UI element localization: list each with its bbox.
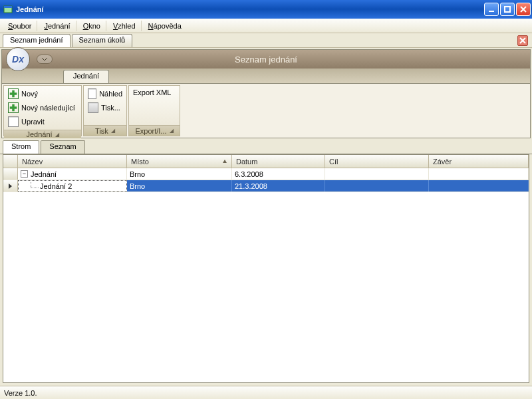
printer-icon bbox=[88, 102, 98, 113]
grid: Název Místo Datum Cíl Závěr − Jednání Br… bbox=[3, 154, 529, 383]
table-row[interactable]: Jednání 2 Brno 21.3.2008 bbox=[3, 180, 529, 192]
preview-button[interactable]: Náhled bbox=[85, 87, 125, 100]
col-header-zaver[interactable]: Závěr bbox=[429, 155, 529, 168]
close-button[interactable] bbox=[516, 3, 531, 16]
menu-vzhled[interactable]: Vzhled bbox=[108, 21, 142, 31]
titlebar: Jednání bbox=[0, 0, 532, 19]
export-xml-button-label: Export XML bbox=[133, 88, 171, 96]
ribbon-body: Nový Nový následující Upravit Jednání◢ N… bbox=[2, 83, 530, 138]
cell-cil bbox=[325, 180, 429, 192]
cell-nazev: − Jednání bbox=[18, 168, 127, 180]
ribbon-tabs: Jednání bbox=[2, 68, 530, 83]
cell-datum: 21.3.2008 bbox=[232, 180, 325, 192]
menu-napoveda[interactable]: Nápověda bbox=[143, 21, 187, 31]
ribbon-title: Seznam jednání bbox=[235, 55, 297, 65]
edit-button-label: Upravit bbox=[21, 118, 45, 126]
view-tabs: Strom Seznam bbox=[0, 140, 532, 154]
ribbon-quick-dropdown[interactable] bbox=[37, 55, 53, 64]
cell-zaver bbox=[429, 180, 529, 192]
app-logo[interactable]: Dx bbox=[6, 47, 30, 71]
tree-line-icon bbox=[31, 182, 39, 188]
cell-misto: Brno bbox=[127, 168, 232, 180]
ribbon-tab-jednani[interactable]: Jednání bbox=[63, 70, 109, 83]
cell-nazev: Jednání 2 bbox=[18, 180, 127, 192]
dialog-launcher-icon[interactable]: ◢ bbox=[170, 128, 174, 134]
status-version: Verze 1.0. bbox=[4, 389, 37, 397]
svg-rect-1 bbox=[4, 6, 12, 8]
print-button-label: Tisk... bbox=[101, 104, 120, 112]
col-header-misto[interactable]: Místo bbox=[127, 155, 232, 168]
table-row[interactable]: − Jednání Brno 6.3.2008 bbox=[3, 168, 529, 180]
document-icon bbox=[8, 116, 19, 127]
ribbon-group-label-tisk: Tisk◢ bbox=[84, 125, 126, 136]
preview-button-label: Náhled bbox=[99, 90, 122, 98]
plus-icon bbox=[8, 102, 19, 113]
row-indicator bbox=[3, 180, 18, 192]
new-button-label: Nový bbox=[21, 90, 38, 98]
svg-rect-5 bbox=[10, 92, 17, 95]
cell-value: Jednání bbox=[31, 170, 57, 178]
cell-datum: 6.3.2008 bbox=[232, 168, 325, 180]
statusbar: Verze 1.0. bbox=[0, 386, 532, 399]
dialog-launcher-icon[interactable]: ◢ bbox=[111, 128, 115, 134]
ribbon-header: Dx Seznam jednání bbox=[2, 50, 530, 68]
dialog-launcher-icon[interactable]: ◢ bbox=[55, 132, 59, 138]
view-tab-strom[interactable]: Strom bbox=[3, 140, 39, 154]
cell-zaver bbox=[429, 168, 529, 180]
tree-collapse-icon[interactable]: − bbox=[21, 170, 28, 178]
menu-jednani[interactable]: Jednání bbox=[39, 21, 76, 31]
new-next-button[interactable]: Nový následující bbox=[5, 101, 80, 114]
view-tab-seznam[interactable]: Seznam bbox=[41, 140, 84, 154]
tab-seznam-jednani[interactable]: Seznam jednání bbox=[3, 34, 70, 47]
svg-rect-3 bbox=[505, 7, 510, 12]
cell-value: Jednání 2 bbox=[40, 182, 72, 190]
cell-misto: Brno bbox=[127, 180, 232, 192]
row-indicator-header bbox=[3, 155, 18, 168]
row-indicator bbox=[3, 168, 18, 180]
document-tabs: Seznam jednání Seznam úkolů bbox=[0, 33, 532, 48]
edit-button[interactable]: Upravit bbox=[5, 115, 80, 128]
app-icon bbox=[3, 4, 13, 15]
tab-close-button[interactable] bbox=[517, 35, 528, 46]
sort-asc-icon bbox=[222, 158, 227, 166]
ribbon-group-export: Export XML Export/I...◢ bbox=[128, 85, 180, 136]
print-button[interactable]: Tisk... bbox=[85, 101, 125, 114]
plus-icon bbox=[8, 88, 19, 99]
col-header-datum[interactable]: Datum bbox=[232, 155, 325, 168]
ribbon-group-jednani: Nový Nový následující Upravit Jednání◢ bbox=[3, 85, 82, 136]
ribbon-group-tisk: Náhled Tisk... Tisk◢ bbox=[83, 85, 127, 136]
document-icon bbox=[88, 88, 96, 99]
new-next-button-label: Nový následující bbox=[21, 104, 75, 112]
menubar: Soubor Jednání Okno Vzhled Nápověda bbox=[0, 19, 532, 33]
ribbon-group-label-export: Export/I...◢ bbox=[129, 125, 180, 136]
cell-cil bbox=[325, 168, 429, 180]
ribbon-group-label-jednani: Jednání◢ bbox=[4, 130, 81, 138]
maximize-button[interactable] bbox=[500, 3, 515, 16]
svg-rect-2 bbox=[489, 11, 494, 12]
svg-rect-7 bbox=[10, 106, 17, 109]
ribbon: Dx Seznam jednání Jednání Nový Nový násl… bbox=[1, 49, 531, 138]
col-header-nazev[interactable]: Název bbox=[18, 155, 127, 168]
grid-header: Název Místo Datum Cíl Závěr bbox=[3, 155, 529, 168]
menu-soubor[interactable]: Soubor bbox=[3, 21, 37, 31]
export-xml-button[interactable]: Export XML bbox=[130, 87, 178, 98]
minimize-button[interactable] bbox=[484, 3, 499, 16]
tab-seznam-ukolu[interactable]: Seznam úkolů bbox=[72, 34, 133, 47]
col-header-cil[interactable]: Cíl bbox=[325, 155, 429, 168]
window-title: Jednání bbox=[16, 5, 484, 13]
new-button[interactable]: Nový bbox=[5, 87, 80, 100]
menu-okno[interactable]: Okno bbox=[78, 21, 106, 31]
